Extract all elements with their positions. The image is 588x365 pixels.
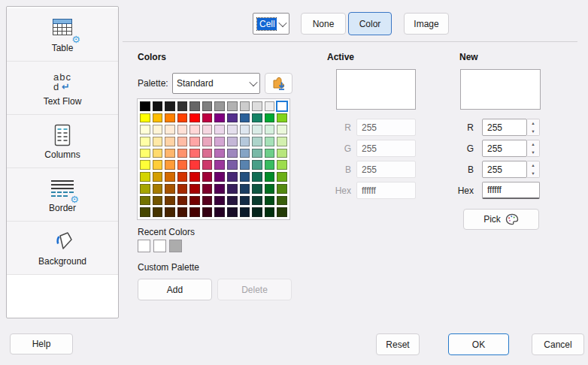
palette-swatch[interactable]	[153, 207, 163, 217]
palette-swatch[interactable]	[252, 137, 262, 146]
palette-swatch[interactable]	[177, 172, 188, 182]
palette-swatch[interactable]	[265, 125, 275, 134]
palette-swatch[interactable]	[227, 160, 238, 170]
palette-swatch[interactable]	[277, 101, 287, 111]
palette-swatch[interactable]	[240, 196, 250, 206]
palette-swatch[interactable]	[140, 207, 150, 217]
palette-swatch[interactable]	[177, 160, 188, 170]
reset-button[interactable]: Reset	[376, 333, 420, 355]
recent-color-swatch[interactable]	[169, 240, 182, 252]
custom-palette-add-button[interactable]: Add	[138, 279, 212, 300]
palette-swatch[interactable]	[214, 149, 225, 158]
palette-swatch[interactable]	[265, 149, 275, 158]
sidebar-item-columns[interactable]: Columns	[7, 115, 118, 168]
palette-swatch[interactable]	[165, 160, 175, 170]
palette-swatch[interactable]	[202, 101, 213, 111]
palette-swatch[interactable]	[252, 125, 262, 134]
palette-swatch[interactable]	[140, 149, 150, 158]
palette-swatch[interactable]	[202, 149, 213, 158]
palette-swatch[interactable]	[214, 137, 225, 146]
palette-swatch[interactable]	[252, 184, 262, 194]
palette-swatch[interactable]	[202, 196, 213, 206]
palette-swatch[interactable]	[189, 207, 200, 217]
spin-up-button[interactable]: ▲	[527, 119, 539, 128]
palette-swatch[interactable]	[177, 184, 188, 194]
palette-swatch[interactable]	[165, 184, 175, 194]
palette-swatch[interactable]	[153, 101, 163, 111]
palette-swatch[interactable]	[165, 137, 175, 146]
chevron-down-icon[interactable]	[247, 74, 259, 93]
palette-swatch[interactable]	[277, 125, 287, 134]
palette-swatch[interactable]	[189, 137, 200, 146]
palette-swatch[interactable]	[140, 160, 150, 170]
palette-swatch[interactable]	[277, 207, 287, 217]
palette-swatch[interactable]	[265, 196, 275, 206]
palette-swatch[interactable]	[252, 149, 262, 158]
palette-swatch[interactable]	[202, 125, 213, 134]
palette-swatch[interactable]	[252, 207, 262, 217]
palette-swatch[interactable]	[202, 113, 213, 123]
spin-down-button[interactable]: ▼	[527, 128, 539, 136]
spin-up-button[interactable]: ▲	[527, 140, 539, 149]
palette-swatch[interactable]	[189, 125, 200, 134]
palette-swatch[interactable]	[177, 113, 188, 123]
palette-swatch[interactable]	[165, 172, 175, 182]
palette-swatch[interactable]	[177, 149, 188, 158]
new-r-input[interactable]	[482, 119, 527, 136]
palette-swatch[interactable]	[165, 125, 175, 134]
palette-swatch[interactable]	[214, 184, 225, 194]
palette-swatch[interactable]	[189, 149, 200, 158]
spin-down-button[interactable]: ▼	[527, 149, 539, 157]
palette-swatch[interactable]	[252, 160, 262, 170]
palette-swatch[interactable]	[202, 160, 213, 170]
palette-swatch[interactable]	[214, 207, 225, 217]
palette-swatch[interactable]	[227, 149, 238, 158]
new-g-input[interactable]	[482, 140, 527, 157]
palette-swatch[interactable]	[177, 137, 188, 146]
spin-down-button[interactable]: ▼	[527, 170, 539, 178]
palette-swatch[interactable]	[177, 207, 188, 217]
palette-swatch[interactable]	[214, 172, 225, 182]
palette-swatch[interactable]	[240, 172, 250, 182]
sidebar-item-table[interactable]: ⚙ Table	[7, 8, 118, 62]
palette-swatch[interactable]	[140, 125, 150, 134]
palette-swatch[interactable]	[252, 172, 262, 182]
palette-swatch[interactable]	[153, 196, 163, 206]
palette-swatch[interactable]	[165, 207, 175, 217]
palette-swatch[interactable]	[202, 184, 213, 194]
recent-color-swatch[interactable]	[153, 240, 166, 252]
pick-color-button[interactable]: Pick	[463, 209, 539, 230]
sidebar-item-text-flow[interactable]: abc d ↵ Text Flow	[7, 62, 118, 115]
palette-swatch[interactable]	[165, 113, 175, 123]
palette-swatch[interactable]	[153, 113, 163, 123]
palette-swatch[interactable]	[153, 149, 163, 158]
palette-swatch[interactable]	[165, 101, 175, 111]
palette-swatch[interactable]	[189, 184, 200, 194]
palette-select[interactable]: Standard	[172, 73, 260, 94]
ok-button[interactable]: OK	[448, 333, 509, 355]
new-b-input[interactable]	[482, 161, 527, 178]
palette-swatch[interactable]	[140, 196, 150, 206]
fill-color-button[interactable]: Color	[348, 12, 392, 35]
palette-swatch[interactable]	[140, 172, 150, 182]
palette-swatch[interactable]	[153, 172, 163, 182]
palette-swatch[interactable]	[140, 113, 150, 123]
palette-swatch[interactable]	[214, 113, 225, 123]
palette-swatch[interactable]	[202, 207, 213, 217]
palette-swatch[interactable]	[252, 113, 262, 123]
palette-swatch[interactable]	[189, 113, 200, 123]
palette-swatch[interactable]	[227, 196, 238, 206]
palette-swatch[interactable]	[202, 172, 213, 182]
fill-none-button[interactable]: None	[301, 13, 346, 35]
palette-swatch[interactable]	[240, 149, 250, 158]
palette-swatch[interactable]	[177, 125, 188, 134]
palette-swatch[interactable]	[140, 101, 150, 111]
palette-swatch[interactable]	[227, 137, 238, 146]
palette-swatch[interactable]	[277, 149, 287, 158]
palette-swatch[interactable]	[277, 160, 287, 170]
palette-swatch[interactable]	[277, 172, 287, 182]
palette-swatch[interactable]	[153, 160, 163, 170]
palette-swatch[interactable]	[265, 207, 275, 217]
palette-swatch[interactable]	[240, 101, 250, 111]
palette-swatch[interactable]	[153, 137, 163, 146]
